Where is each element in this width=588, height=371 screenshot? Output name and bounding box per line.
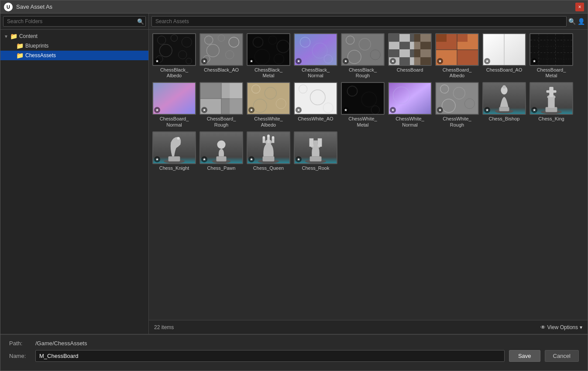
svg-rect-106 xyxy=(546,90,556,93)
svg-rect-127 xyxy=(310,156,322,161)
asset-thumb-3: ★ xyxy=(247,33,290,66)
asset-item-19[interactable]: ★ Chess_Knight xyxy=(152,131,196,171)
asset-label-4: ChessBlack_Normal xyxy=(302,67,330,79)
asset-label-10: ChessBoard_Normal xyxy=(160,116,189,127)
asset-label-13: ChessWhite_AO xyxy=(298,116,333,122)
asset-thumb-17: ★ xyxy=(482,82,526,115)
svg-point-122 xyxy=(263,136,265,139)
status-bar: 22 items 👁 View Options ▾ xyxy=(149,320,588,334)
asset-item-18[interactable]: ★ Chess_King xyxy=(530,82,573,127)
name-input[interactable] xyxy=(35,350,505,362)
star-badge-2: ★ xyxy=(201,58,207,64)
asset-item-2[interactable]: ★ ChessBlack_AO xyxy=(199,33,243,79)
star-badge-9: ★ xyxy=(531,58,537,64)
asset-label-3: ChessBlack_Metal xyxy=(254,67,282,79)
svg-rect-74 xyxy=(230,83,242,114)
name-label: Name: xyxy=(9,353,31,359)
save-asset-dialog: U Save Asset As × 🔍 ▼ 📁 Content 📁 xyxy=(0,0,588,371)
path-row: Path: /Game/ChessAssets xyxy=(9,340,579,347)
star-badge-22: ★ xyxy=(296,156,302,162)
svg-rect-40 xyxy=(399,49,410,57)
view-options-chevron: ▾ xyxy=(580,324,582,330)
asset-label-8: ChessBoard_AO xyxy=(486,67,523,73)
cancel-button[interactable]: Cancel xyxy=(545,350,579,362)
asset-label-9: ChessBoard_Metal xyxy=(537,67,566,79)
svg-rect-53 xyxy=(457,34,468,42)
asset-thumb-8: ★ xyxy=(482,33,526,66)
svg-rect-97 xyxy=(499,107,509,112)
search-folders-input[interactable] xyxy=(3,16,146,27)
asset-label-18: Chess_King xyxy=(538,116,564,122)
svg-rect-117 xyxy=(263,156,275,161)
save-button[interactable]: Save xyxy=(509,350,540,362)
svg-rect-129 xyxy=(309,138,314,147)
asset-item-17[interactable]: ★ Chess_Bishop xyxy=(482,82,526,127)
asset-item-22[interactable]: ★ Chess_Rook xyxy=(294,131,337,171)
assets-grid: ★ ChessBlack_Albedo xyxy=(149,30,588,320)
asset-thumb-1: ★ xyxy=(152,33,196,66)
asset-item-13[interactable]: ★ ChessWhite_AO xyxy=(294,82,337,127)
asset-item-5[interactable]: ★ ChessBlack_Rough xyxy=(341,33,385,79)
asset-item-6[interactable]: ★ ChessBoard xyxy=(388,33,432,79)
asset-item-10[interactable]: ★ ChessBoard_Normal xyxy=(152,82,196,127)
item-count: 22 items xyxy=(154,324,174,330)
search-folders-button[interactable]: 🔍 xyxy=(137,18,144,25)
asset-label-21: Chess_Queen xyxy=(253,165,284,171)
folder-item-blueprints[interactable]: 📁 Blueprints xyxy=(0,41,148,51)
folder-item-chessassets[interactable]: 📁 ChessAssets xyxy=(0,51,148,60)
folder-icon-content: 📁 xyxy=(10,33,17,40)
folder-icon-chessassets: 📁 xyxy=(16,52,24,59)
sidebar: 🔍 ▼ 📁 Content 📁 Blueprints 📁 ChessAssets xyxy=(0,14,149,334)
titlebar: U Save Asset As × xyxy=(0,0,588,14)
asset-label-5: ChessBlack_Rough xyxy=(349,67,377,79)
asset-item-3[interactable]: ★ ChessBlack_Metal xyxy=(247,33,290,79)
asset-item-11[interactable]: ★ ChessBoard_Rough xyxy=(199,82,243,127)
svg-rect-130 xyxy=(313,140,318,146)
asset-thumb-12: ★ xyxy=(247,82,290,115)
folder-item-content[interactable]: ▼ 📁 Content xyxy=(0,31,148,41)
asset-thumb-22: ★ xyxy=(294,131,337,164)
search-assets-button[interactable]: 🔍 xyxy=(568,18,576,25)
expand-icon: ▼ xyxy=(4,34,8,39)
user-filter-button[interactable]: 👤 xyxy=(578,18,585,25)
asset-thumb-9: ★ xyxy=(530,33,573,66)
asset-item-21[interactable]: ★ Chess_Queen xyxy=(247,131,290,171)
asset-item-9[interactable]: ★ ChessBoard_Metal xyxy=(530,33,573,79)
svg-rect-120 xyxy=(267,136,270,143)
path-label: Path: xyxy=(9,340,31,347)
asset-item-12[interactable]: ★ ChessWhite_Albedo xyxy=(247,82,290,127)
asset-item-16[interactable]: ★ ChessWhite_Rough xyxy=(435,82,479,127)
svg-rect-32 xyxy=(399,34,410,42)
folder-label-content: Content xyxy=(19,33,38,39)
asset-item-15[interactable]: ★ ChessWhite_Normal xyxy=(388,82,432,127)
asset-thumb-2: ★ xyxy=(199,33,243,66)
asset-label-11: ChessBoard_Rough xyxy=(207,116,236,127)
asset-thumb-4: ★ xyxy=(294,33,337,66)
close-button[interactable]: × xyxy=(575,3,584,11)
star-badge-20: ★ xyxy=(201,156,207,162)
search-assets-input[interactable] xyxy=(151,16,567,27)
asset-item-7[interactable]: ★ ChessBoard_Albedo xyxy=(435,33,479,79)
asset-item-14[interactable]: ★ ChessWhite_Metal xyxy=(341,82,385,127)
asset-thumb-13: ★ xyxy=(294,82,337,115)
ue-logo: U xyxy=(4,3,13,11)
star-badge-19: ★ xyxy=(154,156,160,162)
asset-item-4[interactable]: ★ ChessBlack_Normal xyxy=(294,33,337,79)
svg-rect-47 xyxy=(414,34,431,65)
asset-label-20: Chess_Pawn xyxy=(207,165,236,171)
asset-thumb-15: ★ xyxy=(388,82,432,115)
asset-item-8[interactable]: ★ ChessBoard_AO xyxy=(482,33,526,79)
view-options-button[interactable]: 👁 View Options ▾ xyxy=(540,324,582,330)
search-folders-wrap: 🔍 xyxy=(3,16,146,27)
svg-rect-39 xyxy=(389,49,399,57)
asset-label-12: ChessWhite_Albedo xyxy=(254,116,282,127)
asset-item-20[interactable]: ★ Chess_Pawn xyxy=(199,131,243,171)
star-badge-8: ★ xyxy=(484,58,490,64)
svg-point-99 xyxy=(502,86,506,89)
svg-rect-51 xyxy=(457,50,478,65)
asset-label-17: Chess_Bishop xyxy=(489,116,520,122)
asset-item-1[interactable]: ★ ChessBlack_Albedo xyxy=(152,33,196,79)
asset-label-14: ChessWhite_Metal xyxy=(348,116,377,127)
asset-thumb-5: ★ xyxy=(341,33,385,66)
asset-thumb-20: ★ xyxy=(199,131,243,164)
